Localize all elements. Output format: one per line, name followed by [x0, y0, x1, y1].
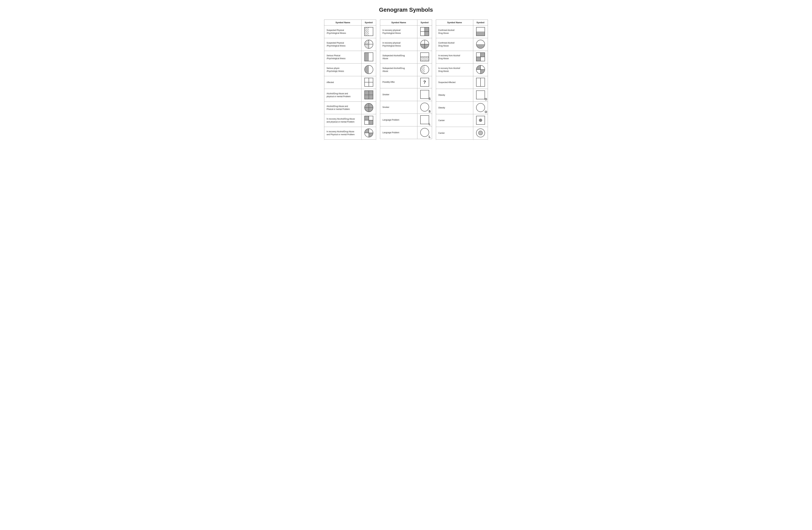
symbol-name-cell: Suspected Physical /Psychological Illine… — [324, 26, 362, 38]
table-row: In recovery from Alcohol/ Drug Abuse — [436, 63, 488, 76]
symbol-cell — [473, 51, 488, 63]
symbol-name-cell: Subspected Alcohol/Drug Abuse — [380, 63, 417, 76]
symbol-cell: S — [417, 101, 432, 114]
symbol-cell — [473, 76, 488, 89]
table-3: Symbol Name Symbol Confrmed Alcohol/ Dru… — [436, 19, 488, 140]
table-row: Language Problem L — [380, 126, 432, 139]
tables-container: Symbol Name Symbol Suspected Physical /P… — [10, 19, 802, 140]
table-row: Camier — [436, 127, 488, 140]
symbol-cell — [417, 26, 432, 38]
table-row: Camier — [436, 114, 488, 127]
symbol-cell — [362, 89, 376, 102]
table-row: Subspected Alcohol/Drug Abuse — [380, 63, 432, 76]
symbol-cell — [362, 63, 376, 76]
table1-header-symbol: Symbol — [362, 20, 376, 26]
symbol-cell — [473, 63, 488, 76]
table-row: Obesity O — [436, 102, 488, 114]
symbol-name-cell: Camier — [436, 114, 473, 127]
symbol-cell — [417, 63, 432, 76]
symbol-cell: ? — [417, 76, 432, 88]
symbol-cell — [362, 102, 376, 114]
symbol-cell — [473, 38, 488, 51]
symbol-name-cell: Language Problem — [380, 114, 417, 126]
symbol-name-cell: Subspected Alcohol/Drug Abuse — [380, 51, 417, 63]
table-row: In recovery Akcohol/Drug Abuse and physi… — [324, 114, 376, 127]
table-row: Subspected Alcohol/Drug Abuse — [380, 51, 432, 63]
table-row: Possibly Affec? — [380, 76, 432, 88]
symbol-cell — [362, 38, 376, 51]
table-row: Alcohol/Drug Abuse and physical or menta… — [324, 89, 376, 102]
table1-header-name: Symbol Name — [324, 20, 362, 26]
symbol-name-cell: Confrmed Alcohol/ Drug Abuse — [436, 38, 473, 51]
symbol-name-cell: Suspected Physical /Psychological Ilines… — [324, 38, 362, 51]
symbol-name-cell: In recovery from Alcohol/ Drug Abuse — [436, 63, 473, 76]
table-row: Suspected Physical /Psychological Illine… — [324, 26, 376, 38]
table-row: Confrmed Alcohol/ Drug Abuse — [436, 26, 488, 38]
table-row: Serious Phsical /Psychological Iliness — [324, 51, 376, 63]
table-row: Suspected Physical /Psychological Ilines… — [324, 38, 376, 51]
table-row: in recovery Alcohol/Drug Abuse and Physi… — [324, 127, 376, 140]
symbol-cell — [362, 51, 376, 63]
symbol-cell: L — [417, 114, 432, 126]
symbol-name-cell: Smoker — [380, 88, 417, 101]
table-row: In recovery physical/ Psychological Ilin… — [380, 38, 432, 51]
symbol-cell — [362, 76, 376, 89]
table-row: Alcohol/Drug Abuse and Phsical or mental… — [324, 102, 376, 114]
table3-header-symbol: Symbol — [473, 20, 488, 26]
symbol-cell — [473, 114, 488, 127]
symbol-name-cell: Camier — [436, 127, 473, 140]
table-row: In recovery from Alcohol/ Drug Abuse — [436, 51, 488, 63]
table-row: Smoker S — [380, 88, 432, 101]
symbol-name-cell: Alcohol/Drug Abuse and physical or menta… — [324, 89, 362, 102]
symbol-name-cell: Serious Phsical /Psychological Iliness — [324, 51, 362, 63]
table3-header-name: Symbol Name — [436, 20, 473, 26]
symbol-cell: S — [417, 88, 432, 101]
symbol-name-cell: Serious physic /Psychologic Iliness — [324, 63, 362, 76]
symbol-cell — [362, 114, 376, 127]
symbol-name-cell: In recovery physical/ Psychological Ilin… — [380, 26, 417, 38]
symbol-name-cell: Obesity — [436, 102, 473, 114]
symbol-name-cell: Language Problem — [380, 126, 417, 139]
symbol-name-cell: Smoker — [380, 101, 417, 114]
table-row: Language Problem L — [380, 114, 432, 126]
table-row: Suspected Affected — [436, 76, 488, 89]
symbol-name-cell: in recovery Alcohol/Drug Abuse and Physi… — [324, 127, 362, 140]
symbol-cell: O — [473, 89, 488, 102]
symbol-cell: O — [473, 102, 488, 114]
symbol-name-cell: Possibly Affec — [380, 76, 417, 88]
symbol-cell — [473, 127, 488, 140]
table-row: Confrmed Alcohol/ Drug Abuse — [436, 38, 488, 51]
symbol-cell — [473, 26, 488, 38]
table-row: Serious physic /Psychologic Iliness — [324, 63, 376, 76]
symbol-name-cell: Confrmed Alcohol/ Drug Abuse — [436, 26, 473, 38]
table2-header-symbol: Symbol — [417, 20, 432, 26]
table2-header-name: Symbol Name — [380, 20, 417, 26]
table-row: Obesity O — [436, 89, 488, 102]
symbol-name-cell: Alcohol/Drug Abuse and Phsical or mental… — [324, 102, 362, 114]
symbol-name-cell: In recovery from Alcohol/ Drug Abuse — [436, 51, 473, 63]
symbol-name-cell: In recovery physical/ Psychological Ilin… — [380, 38, 417, 51]
symbol-cell — [417, 51, 432, 63]
table-row: Affected — [324, 76, 376, 89]
symbol-cell — [362, 127, 376, 140]
symbol-name-cell: In recovery Akcohol/Drug Abuse and physi… — [324, 114, 362, 127]
symbol-name-cell: Affected — [324, 76, 362, 89]
symbol-cell — [362, 26, 376, 38]
symbol-cell — [417, 38, 432, 51]
table-row: Smoker S — [380, 101, 432, 114]
table-1: Symbol Name Symbol Suspected Physical /P… — [324, 19, 376, 140]
symbol-name-cell: Suspected Affected — [436, 76, 473, 89]
table-row: In recovery physical/ Psychological Ilin… — [380, 26, 432, 38]
table-2: Symbol Name Symbol In recovery physical/… — [380, 19, 432, 139]
symbol-name-cell: Obesity — [436, 89, 473, 102]
symbol-cell: L — [417, 126, 432, 139]
page-title: Genogram Symbols — [10, 6, 802, 13]
